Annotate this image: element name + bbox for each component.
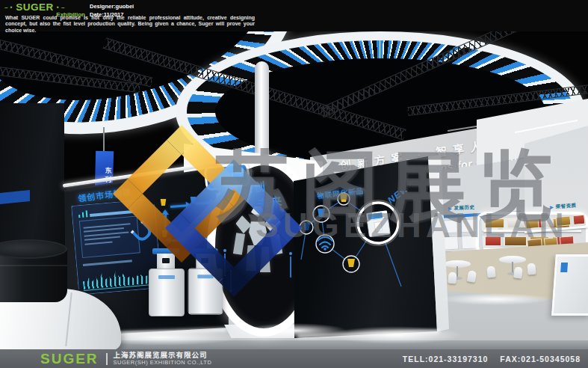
footer-suger-logo: SUGER <box>40 352 99 366</box>
panel-text-box <box>79 215 140 258</box>
kiosk-label <box>158 275 175 279</box>
text-line <box>84 236 120 241</box>
counter-seam <box>66 292 73 346</box>
equalizer-icon <box>86 210 88 217</box>
side-door <box>551 254 588 316</box>
fax-number: FAX:021-50345058 <box>500 355 581 364</box>
kiosk-body <box>149 269 185 316</box>
company-footer: SUGER 上海苏阁展览展示有限公司 SUGER(SH) EXHIBITION … <box>0 349 588 368</box>
designer-line: Designer:guobei <box>90 2 134 10</box>
table-leg <box>512 262 513 273</box>
watermark-en: SUGEZHANLAN <box>256 208 569 242</box>
text-line <box>84 231 129 236</box>
logo-decor-right: ▪ – <box>57 4 65 10</box>
banner-wire <box>103 127 105 153</box>
floor-light-pool <box>439 293 551 305</box>
contact-block: TELL:021-33197310 FAX:021-50345058 <box>403 355 581 364</box>
company-name-en: SUGER(SH) EXHIBITION CO.,LTD <box>114 360 212 367</box>
cylinder-top <box>0 239 67 259</box>
text-line <box>84 241 112 245</box>
city-skyline-graphic <box>82 266 157 289</box>
kiosk-neck <box>157 254 175 269</box>
floor-light-pool <box>329 326 463 344</box>
foreground-cylinder <box>0 248 67 302</box>
chair <box>448 272 457 284</box>
chair <box>527 263 536 275</box>
circuit-line <box>290 257 291 277</box>
cylinder-band <box>0 265 67 266</box>
equalizer-icon <box>78 215 80 218</box>
title-block-header: – ▪ SUGER ▪ – Exhibition Designer:guobei… <box>0 0 588 31</box>
chair <box>513 266 523 278</box>
kiosk-slot <box>162 258 170 263</box>
logo-text: SUGER <box>16 1 54 13</box>
design-board: – ▪ SUGER ▪ – Exhibition Designer:guobei… <box>0 0 588 368</box>
tel-number: TELL:021-33197310 <box>403 355 488 364</box>
award-plaque <box>572 215 585 225</box>
table-leg <box>457 266 458 277</box>
question-text-bar <box>83 260 132 266</box>
kiosk-label <box>197 275 213 278</box>
chair <box>486 266 496 277</box>
door-sign <box>560 263 568 272</box>
company-name-block: 上海苏阁展览展示有限公司 SUGER(SH) EXHIBITION CO.,LT… <box>114 352 212 367</box>
circuit-node <box>289 252 292 255</box>
equalizer-icon <box>82 212 84 218</box>
logo-decor-left: – ▪ <box>4 4 13 10</box>
footer-divider <box>106 353 108 365</box>
company-name-cn: 上海苏阁展览展示有限公司 <box>114 352 212 360</box>
company-tagline: What SUGER could promise is not only the… <box>5 15 255 34</box>
booth-render: 创新方案 · 智享人生 Innovative solutions for sma… <box>0 31 588 349</box>
